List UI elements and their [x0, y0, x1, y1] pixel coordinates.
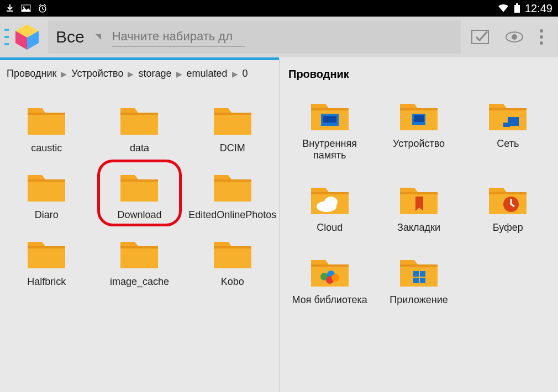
battery-icon	[514, 3, 520, 13]
svg-rect-28	[420, 271, 425, 277]
status-time: 12:49	[525, 2, 552, 15]
breadcrumb[interactable]: Проводник▶Устройство▶storage▶emulated▶0	[0, 60, 279, 87]
svg-point-10	[512, 34, 517, 40]
download-icon	[6, 4, 14, 13]
chevron-right-icon: ▶	[128, 70, 134, 78]
folder-label: Приложение	[389, 294, 448, 306]
right-panel-title: Проводник	[280, 60, 558, 88]
dropdown-icon[interactable]	[96, 34, 101, 40]
folder-item-приложение[interactable]: Приложение	[374, 245, 463, 311]
folder-item-моя-библиотека[interactable]: Моя библиотека	[285, 245, 374, 311]
status-bar: 12:49	[0, 0, 558, 17]
folder-item-сеть[interactable]: Сеть	[464, 88, 552, 167]
folder-label: data	[130, 142, 149, 154]
breadcrumb-item[interactable]: storage	[138, 68, 171, 80]
folder-item-image_cache[interactable]: image_cache	[93, 226, 186, 293]
folder-item-закладки[interactable]: Закладки	[374, 172, 463, 239]
svg-rect-4	[516, 3, 518, 5]
overflow-menu-icon[interactable]	[539, 29, 544, 45]
folder-icon	[309, 98, 351, 133]
folder-label: Download	[117, 209, 161, 221]
svg-point-11	[540, 29, 543, 33]
select-mode-icon[interactable]	[471, 29, 489, 45]
svg-point-12	[540, 35, 543, 39]
folder-icon	[212, 103, 254, 137]
folder-label: Буфер	[493, 222, 523, 234]
svg-rect-3	[514, 5, 520, 13]
folder-icon	[25, 103, 67, 137]
folder-item-cloud[interactable]: Cloud	[285, 172, 374, 239]
svg-rect-27	[413, 271, 419, 277]
svg-rect-15	[323, 116, 336, 123]
folder-label: Kobo	[221, 276, 244, 288]
menu-icon[interactable]	[4, 26, 9, 48]
folder-icon	[398, 98, 440, 133]
breadcrumb-item[interactable]: emulated	[187, 68, 228, 80]
folder-label: Halfbrick	[27, 276, 66, 288]
folder-label: Сеть	[497, 138, 519, 150]
folder-item-caustic[interactable]: caustic	[0, 93, 93, 160]
folder-label: Внутренняя память	[285, 138, 374, 161]
folder-icon	[118, 103, 160, 137]
folder-icon	[309, 182, 351, 216]
visibility-icon[interactable]	[505, 31, 524, 43]
folder-item-diaro[interactable]: Diaro	[0, 160, 93, 226]
alarm-icon	[38, 3, 48, 13]
chevron-right-icon: ▶	[232, 70, 238, 78]
svg-point-26	[331, 274, 339, 282]
folder-icon	[398, 182, 440, 216]
breadcrumb-item[interactable]: Проводник	[7, 68, 56, 80]
folder-label: Diaro	[35, 209, 59, 221]
app-logo[interactable]	[11, 21, 43, 53]
folder-label: Моя библиотека	[292, 294, 367, 306]
folder-label: Устройство	[393, 138, 445, 150]
chevron-right-icon: ▶	[176, 70, 182, 78]
svg-point-13	[540, 41, 543, 45]
image-icon	[21, 4, 31, 12]
svg-point-21	[324, 197, 338, 208]
folder-icon	[118, 169, 160, 204]
folder-icon	[25, 169, 67, 204]
filter-label[interactable]: Все	[56, 28, 85, 46]
wifi-icon	[497, 4, 509, 13]
breadcrumb-item[interactable]: 0	[243, 68, 248, 80]
folder-label: image_cache	[110, 276, 169, 288]
toolbar: Все	[0, 17, 558, 57]
search-input[interactable]	[112, 27, 245, 47]
chevron-right-icon: ▶	[61, 70, 67, 78]
folder-item-halfbrick[interactable]: Halfbrick	[0, 226, 93, 293]
svg-rect-19	[503, 123, 510, 127]
folder-icon	[487, 98, 529, 133]
svg-rect-30	[420, 278, 425, 283]
svg-rect-29	[413, 278, 419, 283]
right-panel: Проводник Внутренняя память Устройство С…	[279, 57, 558, 392]
folder-label: DCIM	[220, 142, 245, 154]
folder-label: EditedOnlinePhotos	[188, 209, 276, 221]
folder-item-kobo[interactable]: Kobo	[186, 226, 279, 293]
breadcrumb-item[interactable]: Устройство	[71, 68, 123, 80]
folder-icon	[212, 236, 254, 271]
folder-icon	[487, 182, 529, 216]
folder-item-внутренняя-память[interactable]: Внутренняя память	[285, 88, 374, 167]
folder-item-data[interactable]: data	[93, 93, 186, 160]
folder-item-editedonlinephotos[interactable]: EditedOnlinePhotos	[186, 160, 279, 226]
folder-icon	[25, 236, 67, 271]
folder-label: caustic	[31, 142, 62, 154]
folder-item-dcim[interactable]: DCIM	[186, 93, 279, 160]
folder-item-download[interactable]: Download	[93, 160, 186, 226]
folder-label: Закладки	[397, 222, 440, 234]
folder-label: Cloud	[317, 222, 343, 234]
svg-rect-17	[414, 115, 424, 122]
folder-item-устройство[interactable]: Устройство	[374, 88, 463, 167]
folder-item-буфер[interactable]: Буфер	[464, 172, 552, 239]
folder-icon	[398, 255, 440, 289]
folder-icon	[212, 169, 254, 204]
folder-icon	[309, 255, 351, 289]
left-panel: Проводник▶Устройство▶storage▶emulated▶0 …	[0, 57, 279, 392]
folder-icon	[118, 236, 160, 271]
